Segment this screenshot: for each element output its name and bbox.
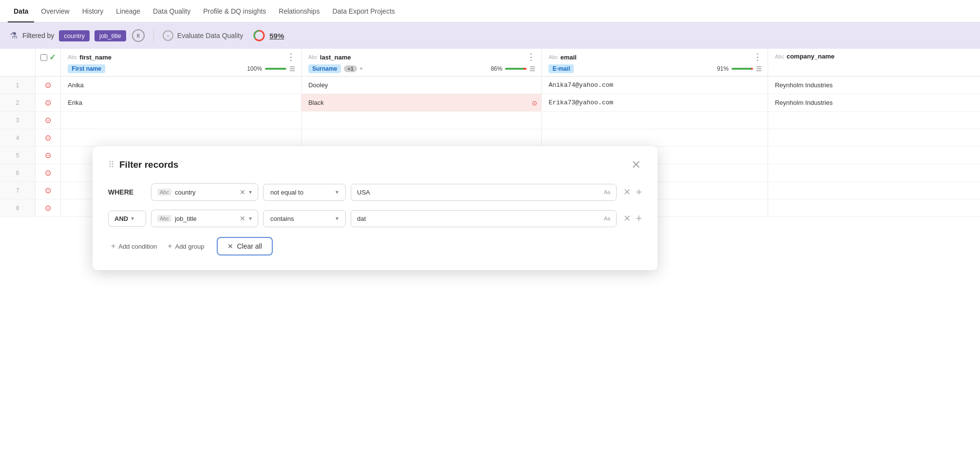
add-group-label: Add group <box>175 243 204 250</box>
add-group-button[interactable]: + Add group <box>163 238 209 254</box>
check-icon: ✓ <box>49 53 56 62</box>
drag-handle-icon: ⠿ <box>108 159 114 170</box>
clear-field-country-icon[interactable]: ✕ <box>240 188 245 196</box>
clear-all-button[interactable]: ✕ Clear all <box>217 237 272 255</box>
abc-tag-job-title: Abc <box>157 215 171 222</box>
nav-item-data[interactable]: Data <box>8 0 34 22</box>
chevron-down-job-title-icon[interactable]: ▾ <box>249 215 252 222</box>
operator-label-2: contains <box>270 215 332 222</box>
remove-row-2-icon[interactable]: ✕ <box>623 213 631 224</box>
plus-icon-condition: + <box>111 242 115 251</box>
nav-item-history[interactable]: History <box>76 0 110 22</box>
col-header-company: Abc company_name <box>768 49 980 77</box>
value-input-2[interactable]: dat Aa <box>351 210 617 227</box>
header-row-num <box>0 49 36 77</box>
dq-percent-label: 59% <box>269 32 284 40</box>
quality-bar-first <box>265 68 286 70</box>
checklist-icon-first[interactable]: ☰ <box>289 65 295 73</box>
add-condition-button[interactable]: + Add condition <box>108 238 160 254</box>
abc-icon-last: Abc <box>308 54 318 60</box>
col-name-first: first_name <box>79 54 112 61</box>
quality-bar-last <box>505 68 527 70</box>
field-name-country: country <box>175 189 236 196</box>
chevron-down-country-icon[interactable]: ▾ <box>249 189 252 196</box>
remove-row-1-icon[interactable]: ✕ <box>623 187 631 197</box>
cell-company: Reynholm Industries <box>768 77 980 94</box>
dq-score[interactable]: 59% <box>253 29 284 42</box>
chevron-down-and-icon[interactable]: ▾ <box>131 215 134 222</box>
case-sensitive-icon-2: Aa <box>604 216 610 221</box>
cell-first-name: Anika <box>61 77 302 94</box>
value-input-1[interactable]: USA Aa <box>351 184 617 201</box>
col-name-email: email <box>560 54 576 61</box>
field-name-job-title: job_title <box>175 215 236 222</box>
value-text-2: dat <box>357 215 600 222</box>
semantic-badge-last: Surname <box>308 64 341 73</box>
dot-icon-last: • <box>360 64 363 73</box>
col-menu-first[interactable]: ⋮ <box>286 53 295 61</box>
row-error-indicator: ⊙ <box>36 94 61 112</box>
add-row-1-icon[interactable]: + <box>636 187 642 197</box>
clear-all-x-icon: ✕ <box>227 242 233 250</box>
select-all-checkbox[interactable] <box>40 54 47 61</box>
plus-icon-group: + <box>168 242 172 251</box>
filter-dialog-title: Filter records <box>119 159 178 170</box>
chevron-down-op2-icon[interactable]: ▾ <box>336 215 339 222</box>
col-header-last-name: Abc last_name ⋮ Surname +1 • 86% <box>301 49 542 77</box>
close-dialog-button[interactable]: ✕ <box>630 159 642 171</box>
plus-badge-last: +1 <box>344 65 357 72</box>
nav-item-export[interactable]: Data Export Projects <box>326 0 400 22</box>
nav-item-lineage[interactable]: Lineage <box>110 0 146 22</box>
cell-company: Reynholm Industries <box>768 94 980 112</box>
filter-row-1: WHERE Abc country ✕ ▾ not equal to ▾ USA… <box>108 183 642 201</box>
operator-label-1: not equal to <box>270 189 332 196</box>
row-error-indicator: ⊙ <box>36 77 61 94</box>
filter-dialog-header: ⠿ Filter records ✕ <box>108 159 642 171</box>
filter-chip-country[interactable]: country <box>59 30 90 41</box>
and-label: AND <box>114 215 128 222</box>
col-menu-last[interactable]: ⋮ <box>527 53 535 61</box>
filtered-by-label: Filtered by <box>22 32 54 39</box>
table-row: 3⊙ <box>0 112 980 129</box>
quality-pct-email: 91% <box>717 65 729 72</box>
col-name-company: company_name <box>787 53 834 60</box>
operator-selector-2[interactable]: contains ▾ <box>263 210 346 227</box>
checklist-icon-email[interactable]: ☰ <box>756 65 762 73</box>
dq-circle-chart <box>253 29 265 42</box>
table-row: 1 ⊙ Anika Dooley Anika74@yahoo.com Reynh… <box>0 77 980 94</box>
field-selector-job-title[interactable]: Abc job_title ✕ ▾ <box>151 210 258 227</box>
evaluate-label: Evaluate Data Quality <box>177 32 243 39</box>
quality-bar-email <box>732 68 753 70</box>
nav-item-profile-dq[interactable]: Profile & DQ insights <box>197 0 272 22</box>
row-index: 2 <box>0 94 36 112</box>
semantic-badge-first: First name <box>68 64 105 73</box>
quality-pct-last: 86% <box>490 65 502 72</box>
add-row-2-icon[interactable]: + <box>636 213 642 224</box>
nav-item-data-quality[interactable]: Data Quality <box>147 0 196 22</box>
filter-chip-job-title[interactable]: job_title <box>94 30 126 41</box>
col-name-last: last_name <box>320 54 351 61</box>
evaluate-dq-button[interactable]: ○ Evaluate Data Quality <box>163 30 243 41</box>
header-check[interactable]: ✓ <box>36 49 61 77</box>
cell-email: Anika74@yahoo.com <box>542 77 768 94</box>
col-header-first-name: Abc first_name ⋮ First name 100% ☰ <box>61 49 302 77</box>
filter-dialog: ⠿ Filter records ✕ WHERE Abc country ✕ ▾… <box>93 146 658 270</box>
filter-row-2: AND ▾ Abc job_title ✕ ▾ contains ▾ dat A… <box>108 210 642 227</box>
nav-item-overview[interactable]: Overview <box>35 0 75 22</box>
evaluate-icon: ○ <box>163 30 173 41</box>
filter-dialog-footer: + Add condition + Add group ✕ Clear all <box>108 237 642 255</box>
table-row: 2 ⊙ Erika Black ⊙ Erika73@yahoo.com Reyn… <box>0 94 980 112</box>
clear-field-job-title-icon[interactable]: ✕ <box>240 215 245 222</box>
abc-icon-email: Abc <box>548 54 558 60</box>
checklist-icon-last[interactable]: ☰ <box>529 65 535 73</box>
nav-item-relationships[interactable]: Relationships <box>273 0 325 22</box>
chevron-down-op1-icon[interactable]: ▾ <box>336 189 339 196</box>
operator-selector-1[interactable]: not equal to ▾ <box>263 184 346 201</box>
pause-button[interactable]: ⏸ <box>132 29 145 42</box>
col-menu-email[interactable]: ⋮ <box>753 53 762 61</box>
col-header-email: Abc email ⋮ E-mail 91% <box>542 49 768 77</box>
vertical-divider <box>153 29 154 42</box>
and-connector-selector[interactable]: AND ▾ <box>108 211 146 227</box>
field-selector-country[interactable]: Abc country ✕ ▾ <box>151 183 258 201</box>
cell-email: Erika73@yahoo.com <box>542 94 768 112</box>
